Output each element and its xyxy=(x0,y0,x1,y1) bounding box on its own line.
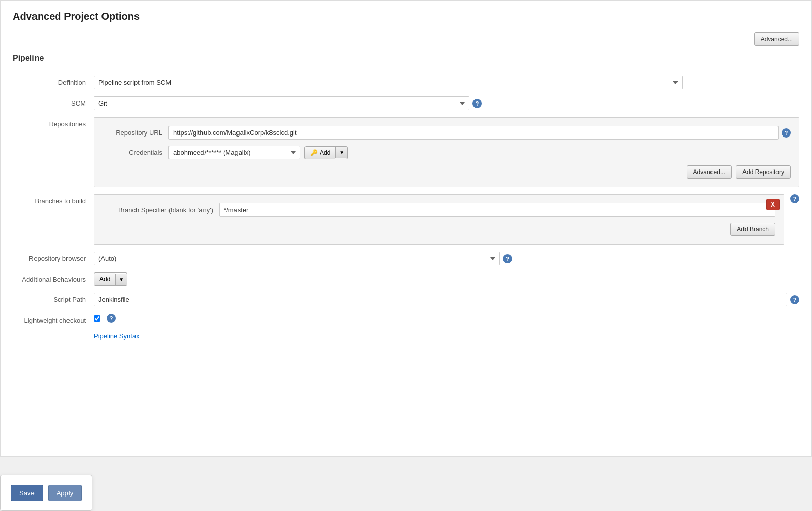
repositories-box: Repository URL ? Credentials abohmeed/**… xyxy=(94,117,799,187)
script-path-row: Script Path ? xyxy=(13,293,799,306)
scm-select[interactable]: Git None Subversion xyxy=(94,96,469,110)
advanced-button[interactable]: Advanced... xyxy=(754,32,799,46)
additional-behaviours-control: Add ▼ xyxy=(94,272,799,286)
repo-url-row: Repository URL ? xyxy=(103,126,791,140)
branches-help-icon[interactable]: ? xyxy=(790,194,799,203)
scm-help-icon[interactable]: ? xyxy=(472,99,482,108)
additional-behaviours-label: Additional Behaviours xyxy=(13,272,94,283)
repo-url-help-icon[interactable]: ? xyxy=(782,128,791,138)
add-credentials-split: 🔑 Add ▼ xyxy=(304,146,348,159)
repo-browser-label: Repository browser xyxy=(13,252,94,262)
main-container: Advanced Project Options Advanced... Pip… xyxy=(0,0,812,457)
lightweight-checkout-control: ? xyxy=(94,314,799,323)
credentials-label: Credentials xyxy=(103,149,168,156)
advanced-repo-button[interactable]: Advanced... xyxy=(687,165,732,179)
lightweight-checkout-row: Lightweight checkout ? xyxy=(13,314,799,324)
key-icon: 🔑 xyxy=(310,149,318,156)
repo-url-input[interactable] xyxy=(168,126,779,140)
add-behaviours-label: Add xyxy=(99,276,110,283)
definition-control: Pipeline script from SCM Pipeline script xyxy=(94,76,799,89)
script-path-input[interactable] xyxy=(94,293,787,306)
credentials-controls: abohmeed/****** (Magalix) - none - 🔑 Add… xyxy=(168,146,348,159)
scm-control: Git None Subversion ? xyxy=(94,96,799,110)
pipeline-syntax-row: Pipeline Syntax xyxy=(94,332,799,340)
lightweight-checkout-help-icon[interactable]: ? xyxy=(107,314,116,323)
scm-row-inner: Git None Subversion ? xyxy=(94,96,799,110)
script-path-inner: ? xyxy=(94,293,799,306)
branches-row: Branches to build X Branch Specifier (bl… xyxy=(13,194,799,245)
branch-specifier-label: Branch Specifier (blank for 'any') xyxy=(103,206,219,214)
remove-branch-button[interactable]: X xyxy=(766,199,780,210)
add-credentials-arrow[interactable]: ▼ xyxy=(335,147,347,158)
definition-label: Definition xyxy=(13,76,94,86)
branch-specifier-row: Branch Specifier (blank for 'any') xyxy=(103,203,775,217)
pipeline-section: Pipeline Definition Pipeline script from… xyxy=(13,54,799,340)
repo-browser-inner: (Auto) assembla bitbucket githubweb ? xyxy=(94,252,799,265)
script-path-label: Script Path xyxy=(13,293,94,303)
lightweight-checkbox-row: ? xyxy=(94,314,799,323)
scm-label: SCM xyxy=(13,96,94,107)
lightweight-checkout-label: Lightweight checkout xyxy=(13,314,94,324)
pipeline-syntax-link[interactable]: Pipeline Syntax xyxy=(94,332,140,340)
script-path-help-icon[interactable]: ? xyxy=(790,295,799,304)
pipeline-section-title: Pipeline xyxy=(13,54,799,67)
repo-help-outer: Repository URL ? Credentials abohmeed/**… xyxy=(94,117,799,187)
add-repository-button[interactable]: Add Repository xyxy=(736,165,791,179)
additional-behaviours-row: Additional Behaviours Add ▼ xyxy=(13,272,799,286)
branches-label: Branches to build xyxy=(13,194,94,205)
repo-browser-select[interactable]: (Auto) assembla bitbucket githubweb xyxy=(94,252,500,265)
definition-row: Definition Pipeline script from SCM Pipe… xyxy=(13,76,799,89)
repositories-control: Repository URL ? Credentials abohmeed/**… xyxy=(94,117,799,187)
definition-select[interactable]: Pipeline script from SCM Pipeline script xyxy=(94,76,683,89)
add-credentials-button[interactable]: 🔑 Add xyxy=(305,147,335,159)
lightweight-checkout-checkbox[interactable] xyxy=(94,315,100,322)
branches-control: X Branch Specifier (blank for 'any') Add… xyxy=(94,194,799,245)
add-behaviours-arrow[interactable]: ▼ xyxy=(115,274,127,285)
repositories-label: Repositories xyxy=(13,117,94,128)
scm-row: SCM Git None Subversion ? xyxy=(13,96,799,110)
repo-url-label: Repository URL xyxy=(103,129,168,137)
repo-browser-control: (Auto) assembla bitbucket githubweb ? xyxy=(94,252,799,265)
repo-buttons: Advanced... Add Repository xyxy=(103,165,791,179)
page-title: Advanced Project Options xyxy=(13,11,799,22)
script-path-control: ? xyxy=(94,293,799,306)
add-behaviours-button[interactable]: Add xyxy=(94,273,115,285)
credentials-select[interactable]: abohmeed/****** (Magalix) - none - xyxy=(168,146,300,159)
repo-browser-row: Repository browser (Auto) assembla bitbu… xyxy=(13,252,799,265)
add-branch-row: Add Branch xyxy=(103,223,775,236)
branches-help-outer: X Branch Specifier (blank for 'any') Add… xyxy=(94,194,799,245)
add-branch-button[interactable]: Add Branch xyxy=(730,223,775,236)
add-credentials-label: Add xyxy=(320,149,330,156)
advanced-btn-row: Advanced... xyxy=(13,32,799,46)
repo-browser-help-icon[interactable]: ? xyxy=(503,254,512,263)
branch-specifier-input[interactable] xyxy=(219,203,775,217)
branches-box: X Branch Specifier (blank for 'any') Add… xyxy=(94,194,784,245)
repositories-row: Repositories Repository URL ? Credential… xyxy=(13,117,799,187)
add-behaviours-split: Add ▼ xyxy=(94,272,127,286)
credentials-row: Credentials abohmeed/****** (Magalix) - … xyxy=(103,146,791,159)
